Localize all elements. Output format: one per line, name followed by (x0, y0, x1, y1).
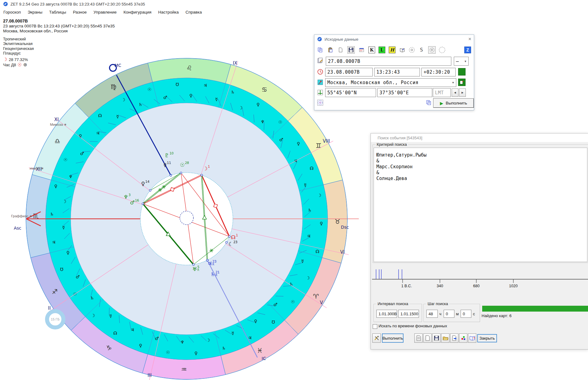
svg-text:☉: ☉ (64, 157, 68, 162)
open-folder-icon[interactable] (441, 333, 449, 343)
atlas-button[interactable] (458, 79, 466, 86)
interval-group: Интервал поиска 1.01.300B 1.01.1500 (374, 304, 422, 322)
timezone-input[interactable]: +02:30:20 (421, 68, 456, 76)
step-minutes-input[interactable]: 0 (444, 310, 454, 318)
copy-icon[interactable] (317, 47, 324, 53)
svg-text:♀: ♀ (254, 319, 257, 324)
hours-label: ч (439, 312, 441, 316)
orbit-icon[interactable] (409, 47, 415, 53)
svg-text:☉: ☉ (291, 299, 295, 304)
zone-auto-button[interactable] (458, 68, 466, 76)
svg-text:☿: ☿ (109, 313, 112, 318)
seconds-label: с (473, 312, 475, 316)
chart-name-icon[interactable] (317, 57, 324, 64)
step-seconds-input[interactable]: 0 (461, 310, 471, 318)
svg-text:♂: ♂ (279, 137, 283, 142)
progression-icon[interactable] (439, 47, 445, 53)
h-mode-icon[interactable]: H (389, 47, 395, 53)
svg-text:☽: ☽ (122, 97, 126, 102)
svg-text:♆: ♆ (69, 174, 73, 179)
interval-to-input[interactable]: 1.01.1500 (398, 310, 419, 318)
events-table-icon[interactable] (358, 47, 365, 53)
svg-text:♀: ♀ (189, 93, 193, 98)
svg-text:♌: ♌ (186, 64, 192, 72)
place-icon[interactable] (317, 79, 324, 86)
atlas-book-icon[interactable] (399, 47, 406, 53)
timeline-tick-label: 680 (473, 284, 480, 288)
interval-from-input[interactable]: 1.01.300B (376, 310, 397, 318)
svg-text:♊: ♊ (316, 142, 321, 149)
close-button[interactable]: Закрыть (477, 334, 497, 342)
help-icon[interactable]: ? (468, 333, 476, 343)
svg-text:♃: ♃ (248, 335, 252, 340)
date-input[interactable]: 23.08.0007B (325, 68, 373, 76)
zet-z-icon[interactable]: Z (464, 47, 471, 53)
chevron-down-icon: ▼ (452, 81, 454, 84)
longitude-input[interactable]: 37°35'00"E (377, 88, 432, 97)
svg-text:☽: ☽ (206, 338, 210, 343)
svg-text:☉: ☉ (147, 87, 151, 92)
step-group: Шаг поиска 48 ч 0 м 0 с (424, 304, 480, 322)
place-combo[interactable]: Москва, Московская обл., Россия▼ (325, 78, 456, 87)
copy-data-icon[interactable] (425, 99, 432, 106)
svg-text:♂: ♂ (163, 95, 167, 100)
k-mode-icon[interactable]: K (368, 47, 375, 53)
next-arrow-button[interactable]: ▶ (459, 88, 466, 97)
chart-wheel-icon[interactable] (317, 99, 324, 106)
source-data-dialog: Исходные данные × K L H S Z 27.08.0007B … (314, 35, 474, 110)
latitude-input[interactable]: 55°45'00"N (325, 88, 376, 97)
save-icon[interactable] (347, 46, 355, 54)
results-list-icon[interactable] (414, 333, 423, 343)
svg-text:♃: ♃ (130, 327, 135, 332)
criteria-textarea[interactable]: Юпитер,Сатурн.Рыбы & Марс.Скорпион & Сол… (374, 148, 587, 262)
chart-colors-icon[interactable] (459, 333, 467, 343)
svg-text:☽: ☽ (91, 313, 95, 318)
new-list-icon[interactable] (423, 333, 432, 343)
export-icon[interactable] (450, 333, 458, 343)
paste-icon[interactable] (327, 47, 334, 53)
search-dialog-title: Поиск события [543543] (378, 136, 422, 140)
coordinates-icon[interactable] (317, 89, 324, 96)
svg-text:☉: ☉ (166, 350, 170, 355)
chevron-down-icon: ▼ (465, 60, 466, 63)
transit-icon[interactable] (428, 46, 436, 54)
l-mode-icon[interactable]: L (379, 47, 385, 53)
svg-text:☽: ☽ (306, 276, 310, 280)
criteria-group: Критерий поиска Юпитер,Сатурн.Рыбы & Мар… (373, 145, 588, 263)
svg-text:♃: ♃ (96, 131, 100, 136)
svg-text:☊: ☊ (310, 166, 313, 171)
svg-text:♀: ♀ (54, 184, 57, 189)
chart-name-input[interactable]: 27.08.0007B (326, 57, 451, 66)
timeline-tick-label: 1 B.C. (401, 284, 412, 288)
zet-app-window: ZET 9.2.54 Geo 23 августа 0007B Вс 13:23… (0, 0, 588, 380)
search-settings-button[interactable] (372, 333, 381, 343)
background-data-checkbox[interactable] (373, 324, 377, 329)
close-icon[interactable]: × (468, 36, 471, 42)
synastry-icon[interactable]: S (418, 47, 425, 53)
source-dialog-titlebar[interactable]: Исходные данные (314, 35, 474, 43)
svg-text:☿: ☿ (232, 331, 234, 336)
svg-text:☊: ☊ (316, 249, 319, 254)
storage-badge-text: 15 ГБ (51, 317, 60, 321)
source-dialog-title: Исходные данные (325, 37, 358, 42)
save-results-icon[interactable] (432, 333, 441, 343)
svg-text:♂: ♂ (80, 151, 84, 156)
svg-text:☽: ☽ (239, 105, 243, 110)
svg-text:☿: ☿ (62, 225, 65, 230)
datetime-icon[interactable] (317, 68, 324, 76)
prev-arrow-button[interactable]: ◀ (452, 88, 458, 97)
time-kind-input[interactable]: LMT (433, 88, 451, 97)
new-document-icon[interactable] (337, 47, 344, 53)
svg-text:♃: ♃ (307, 234, 311, 239)
chart-kind-combo[interactable]: —▼ (454, 57, 469, 66)
search-run-button[interactable]: Выполнить (382, 333, 404, 343)
execute-button[interactable]: ▶ Выполнить (433, 98, 474, 108)
svg-text:☉: ☉ (278, 120, 282, 125)
search-dialog-titlebar[interactable]: Поиск события [543543] (371, 133, 588, 142)
svg-text:☿: ☿ (301, 259, 304, 264)
svg-text:♒: ♒ (181, 366, 187, 373)
svg-text:♋: ♋ (261, 86, 267, 93)
time-input[interactable]: 13:23:43 (374, 68, 420, 76)
source-toolbar: K L H S Z (317, 46, 471, 54)
step-hours-input[interactable]: 48 (426, 310, 438, 318)
